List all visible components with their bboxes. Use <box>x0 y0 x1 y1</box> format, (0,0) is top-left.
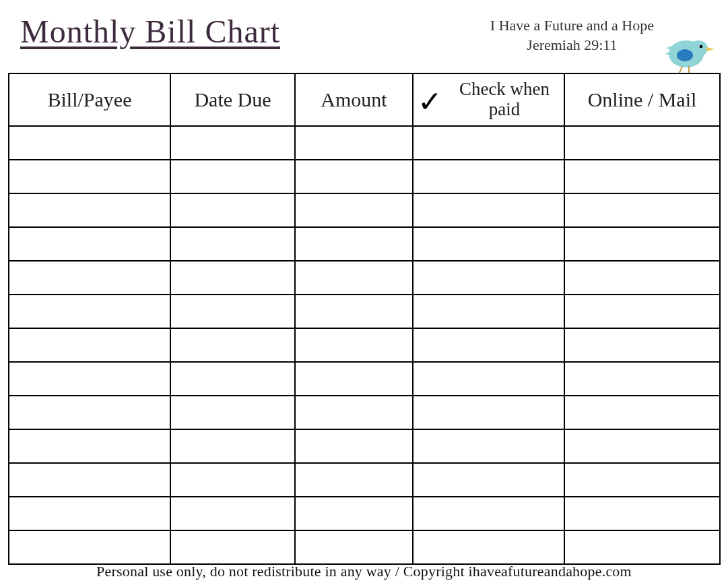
table-row <box>9 261 720 295</box>
table-cell <box>564 160 720 193</box>
table-cell <box>9 463 170 497</box>
table-cell <box>564 126 720 160</box>
table-cell <box>413 497 564 530</box>
table-cell <box>564 328 720 362</box>
table-cell <box>9 530 170 564</box>
table-cell <box>170 530 295 564</box>
table-cell <box>413 463 564 497</box>
table-cell <box>170 396 295 429</box>
table-cell <box>295 328 413 362</box>
table-cell <box>564 497 720 530</box>
table-cell <box>564 463 720 497</box>
table-cell <box>170 227 295 261</box>
bill-table: Bill/Payee Date Due Amount ✓ Check when … <box>8 73 721 565</box>
table-cell <box>564 227 720 261</box>
table-cell <box>9 126 170 160</box>
table-cell <box>170 193 295 227</box>
table-cell <box>170 160 295 193</box>
table-row <box>9 227 720 261</box>
table-cell <box>413 328 564 362</box>
svg-marker-4 <box>706 47 715 51</box>
quote-line-2: Jeremiah 29:11 <box>490 36 654 55</box>
table-cell <box>9 227 170 261</box>
col-header-amount: Amount <box>295 73 413 126</box>
table-cell <box>413 160 564 193</box>
table-cell <box>413 227 564 261</box>
svg-point-2 <box>677 49 693 61</box>
table-cell <box>564 362 720 396</box>
table-cell <box>413 261 564 295</box>
table-cell <box>9 362 170 396</box>
table-cell <box>295 396 413 429</box>
table-cell <box>9 295 170 328</box>
table-cell <box>9 160 170 193</box>
table-row <box>9 396 720 429</box>
table-cell <box>564 193 720 227</box>
check-text: Check when paid <box>449 80 560 119</box>
table-cell <box>295 261 413 295</box>
table-cell <box>170 126 295 160</box>
table-cell <box>170 362 295 396</box>
table-cell <box>295 497 413 530</box>
table-cell <box>9 497 170 530</box>
table-cell <box>413 193 564 227</box>
table-row <box>9 295 720 328</box>
table-row <box>9 463 720 497</box>
svg-line-5 <box>680 66 682 73</box>
col-header-payee: Bill/Payee <box>9 73 170 126</box>
table-row <box>9 530 720 564</box>
table-row <box>9 328 720 362</box>
table-cell <box>170 463 295 497</box>
table-cell <box>295 362 413 396</box>
table-cell <box>413 429 564 463</box>
footer-text: Personal use only, do not redistribute i… <box>0 563 728 580</box>
table-cell <box>295 295 413 328</box>
table-cell <box>170 261 295 295</box>
svg-point-3 <box>700 45 703 49</box>
table-cell <box>295 227 413 261</box>
table-cell <box>295 463 413 497</box>
table-cell <box>564 530 720 564</box>
table-row <box>9 429 720 463</box>
table-cell <box>9 193 170 227</box>
table-cell <box>413 530 564 564</box>
table-cell <box>295 429 413 463</box>
table-cell <box>564 396 720 429</box>
table-header-row: Bill/Payee Date Due Amount ✓ Check when … <box>9 73 720 126</box>
table-cell <box>295 530 413 564</box>
table-row <box>9 497 720 530</box>
table-cell <box>413 295 564 328</box>
col-header-date-due: Date Due <box>170 73 295 126</box>
table-cell <box>170 295 295 328</box>
bird-icon <box>665 32 717 74</box>
page-title: Monthly Bill Chart <box>20 12 280 51</box>
col-header-check: ✓ Check when paid <box>413 73 564 126</box>
table-cell <box>564 295 720 328</box>
col-header-online-mail: Online / Mail <box>564 73 720 126</box>
table-row <box>9 362 720 396</box>
table-cell <box>170 497 295 530</box>
table-cell <box>9 261 170 295</box>
table-cell <box>9 429 170 463</box>
table-row <box>9 126 720 160</box>
quote-line-1: I Have a Future and a Hope <box>490 16 654 36</box>
table-cell <box>170 328 295 362</box>
table-row <box>9 160 720 193</box>
table-cell <box>413 396 564 429</box>
table-cell <box>295 126 413 160</box>
table-row <box>9 193 720 227</box>
table-cell <box>295 193 413 227</box>
table-cell <box>564 261 720 295</box>
table-cell <box>170 429 295 463</box>
table-cell <box>413 126 564 160</box>
table-cell <box>413 362 564 396</box>
table-cell <box>9 396 170 429</box>
table-cell <box>564 429 720 463</box>
table-cell <box>295 160 413 193</box>
table-cell <box>9 328 170 362</box>
check-mark-icon: ✓ <box>418 93 442 111</box>
